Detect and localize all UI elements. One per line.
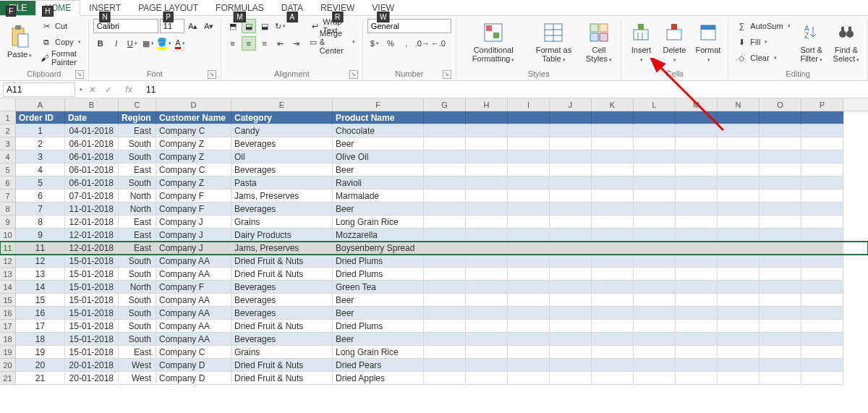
cell[interactable]: [634, 268, 676, 281]
cell[interactable]: 9: [16, 229, 65, 242]
cell[interactable]: Company J: [156, 242, 231, 255]
cell[interactable]: East: [119, 163, 156, 176]
cell[interactable]: [466, 333, 508, 346]
tab-formulas[interactable]: FORMULASM: [207, 1, 273, 15]
cell[interactable]: [760, 320, 801, 333]
cell[interactable]: [550, 294, 592, 307]
cell[interactable]: Customer Name: [156, 111, 231, 124]
cell[interactable]: [424, 176, 466, 190]
decrease-font-button[interactable]: A▾: [202, 19, 216, 33]
cell[interactable]: [550, 150, 592, 163]
cell[interactable]: [760, 333, 801, 346]
delete-cells-button[interactable]: Delete▾: [659, 19, 689, 67]
row-header[interactable]: 8: [0, 203, 16, 216]
cell[interactable]: Beer: [333, 294, 424, 307]
cell[interactable]: South: [119, 294, 156, 307]
cell[interactable]: [424, 333, 466, 346]
cell[interactable]: 2: [16, 137, 65, 150]
cell[interactable]: [424, 229, 466, 242]
cell[interactable]: [760, 163, 801, 176]
cell[interactable]: [508, 294, 550, 307]
cell[interactable]: [466, 281, 508, 294]
cell[interactable]: Company AA: [156, 255, 231, 268]
cell[interactable]: South: [119, 150, 156, 163]
cell[interactable]: 17: [16, 320, 65, 333]
cell[interactable]: Dried Apples: [333, 372, 424, 385]
cell[interactable]: [718, 242, 760, 255]
cell[interactable]: Boysenberry Spread: [333, 242, 424, 255]
cell[interactable]: 06-01-2018: [65, 150, 119, 163]
cell[interactable]: South: [119, 268, 156, 281]
column-header-F[interactable]: F: [333, 98, 424, 111]
cell[interactable]: [760, 281, 801, 294]
autosum-button[interactable]: ∑AutoSum▾: [733, 19, 793, 33]
cell[interactable]: [760, 372, 801, 385]
cell[interactable]: [466, 307, 508, 320]
cell[interactable]: [676, 281, 718, 294]
row-header[interactable]: 1: [0, 111, 16, 124]
cell[interactable]: Chocolate: [333, 124, 424, 137]
format-as-table-button[interactable]: Format as Table▾: [529, 19, 578, 67]
cell[interactable]: [466, 294, 508, 307]
cell[interactable]: Olive Oil: [333, 150, 424, 163]
cell[interactable]: Beer: [333, 333, 424, 346]
cell[interactable]: Beer: [333, 203, 424, 216]
cell[interactable]: Marmalade: [333, 190, 424, 203]
table-row[interactable]: 7607-01-2018NorthCompany FJams, Preserve…: [0, 190, 868, 203]
cell[interactable]: East: [119, 346, 156, 359]
cell[interactable]: [592, 333, 634, 346]
cell[interactable]: [466, 372, 508, 385]
cell[interactable]: 11-01-2018: [65, 203, 119, 216]
cell[interactable]: Dairy Products: [231, 229, 333, 242]
cell[interactable]: [634, 150, 676, 163]
cell[interactable]: [676, 176, 718, 190]
cell[interactable]: South: [119, 255, 156, 268]
cell[interactable]: [760, 150, 801, 163]
cell[interactable]: East: [119, 242, 156, 255]
cell[interactable]: [760, 176, 801, 190]
cell[interactable]: Long Grain Rice: [333, 216, 424, 229]
cell[interactable]: [550, 163, 592, 176]
cell[interactable]: [466, 216, 508, 229]
cell[interactable]: [508, 333, 550, 346]
cell[interactable]: West: [119, 372, 156, 385]
cell[interactable]: 15-01-2018: [65, 268, 119, 281]
cell[interactable]: [801, 372, 843, 385]
cell[interactable]: [634, 203, 676, 216]
table-row[interactable]: 212120-01-2018WestCompany DDried Fruit &…: [0, 372, 868, 385]
cell[interactable]: [718, 190, 760, 203]
cell[interactable]: [550, 372, 592, 385]
row-header[interactable]: 20: [0, 359, 16, 372]
cell[interactable]: [634, 242, 676, 255]
cell[interactable]: [634, 229, 676, 242]
cell[interactable]: Company AA: [156, 320, 231, 333]
cell[interactable]: Company F: [156, 203, 231, 216]
cell[interactable]: [760, 307, 801, 320]
cell[interactable]: 16: [16, 307, 65, 320]
cell[interactable]: [718, 150, 760, 163]
cell[interactable]: [592, 281, 634, 294]
cell[interactable]: Company Z: [156, 137, 231, 150]
alignment-launcher[interactable]: ↘: [349, 70, 358, 79]
cell[interactable]: [508, 150, 550, 163]
cell[interactable]: [466, 203, 508, 216]
table-row[interactable]: 6506-01-2018SouthCompany ZPastaRavioli: [0, 176, 868, 190]
cell[interactable]: Company C: [156, 163, 231, 176]
cell[interactable]: [718, 320, 760, 333]
cell[interactable]: [550, 359, 592, 372]
cell[interactable]: [801, 281, 843, 294]
cell[interactable]: [550, 255, 592, 268]
cell[interactable]: [718, 124, 760, 137]
cell[interactable]: [801, 294, 843, 307]
cell[interactable]: Company J: [156, 229, 231, 242]
cell[interactable]: 13: [16, 268, 65, 281]
cell[interactable]: [801, 255, 843, 268]
cell[interactable]: [466, 137, 508, 150]
cell[interactable]: [592, 268, 634, 281]
cell[interactable]: 15-01-2018: [65, 255, 119, 268]
row-header[interactable]: 9: [0, 216, 16, 229]
cell[interactable]: [508, 190, 550, 203]
cell[interactable]: [550, 111, 592, 124]
cell[interactable]: [801, 203, 843, 216]
cell[interactable]: Candy: [231, 124, 333, 137]
